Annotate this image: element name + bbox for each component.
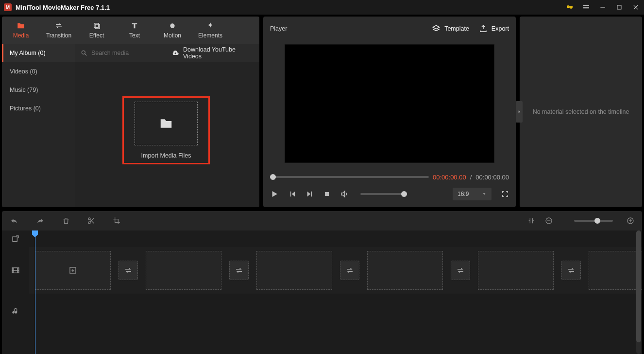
download-youtube-label: Download YouTube Videos xyxy=(183,46,254,60)
playhead[interactable] xyxy=(35,230,35,354)
folder-icon xyxy=(17,21,25,30)
volume-thumb[interactable] xyxy=(401,191,407,197)
tab-elements[interactable]: Elements xyxy=(191,17,229,44)
stop-button[interactable] xyxy=(323,191,330,197)
transition-slot[interactable] xyxy=(451,261,470,280)
redo-button[interactable] xyxy=(36,216,45,225)
menu-icon[interactable] xyxy=(578,0,594,15)
transition-slot[interactable] xyxy=(561,261,581,280)
seek-thumb[interactable] xyxy=(270,174,276,180)
zoom-slider[interactable] xyxy=(574,220,613,222)
media-category-list: My Album (0) Videos (0) Music (79) Pictu… xyxy=(2,44,75,207)
text-icon xyxy=(130,21,139,30)
import-dropzone xyxy=(135,102,198,145)
cloud-download-icon xyxy=(171,49,179,57)
category-my-album[interactable]: My Album (0) xyxy=(2,44,75,62)
time-separator: / xyxy=(470,174,472,181)
clip-slot[interactable] xyxy=(146,251,221,290)
download-icon xyxy=(68,266,77,275)
tab-media[interactable]: Media xyxy=(2,17,40,44)
clip-slot[interactable] xyxy=(478,251,554,290)
audio-track-icon xyxy=(2,294,29,328)
maximize-button[interactable] xyxy=(611,0,627,15)
add-track-button[interactable] xyxy=(2,230,29,247)
fit-timeline-button[interactable] xyxy=(527,217,535,225)
undo-button[interactable] xyxy=(10,216,18,225)
timeline[interactable] xyxy=(2,230,642,354)
audio-track[interactable] xyxy=(2,294,642,328)
tab-text[interactable]: Text xyxy=(116,17,153,44)
import-media-button[interactable]: Import Media Files xyxy=(122,96,210,164)
tab-label: Media xyxy=(13,32,29,39)
minimize-button[interactable] xyxy=(594,0,611,15)
transition-slot[interactable] xyxy=(119,261,138,280)
transition-slot[interactable] xyxy=(340,261,359,280)
template-button[interactable]: Template xyxy=(432,24,469,33)
svg-rect-1 xyxy=(617,5,621,9)
aspect-ratio-select[interactable]: 16:9 xyxy=(453,188,491,200)
time-total: 00:00:00.00 xyxy=(475,174,509,181)
aspect-ratio-value: 16:9 xyxy=(458,191,469,197)
titlebar: M MiniTool MovieMaker Free 7.1.1 xyxy=(0,0,644,15)
tab-label: Text xyxy=(129,32,140,39)
category-videos[interactable]: Videos (0) xyxy=(2,62,75,81)
timeline-toolbar xyxy=(2,211,642,230)
fullscreen-button[interactable] xyxy=(501,190,509,198)
svg-rect-9 xyxy=(325,192,329,196)
close-button[interactable] xyxy=(627,0,644,15)
tab-label: Transition xyxy=(46,32,71,39)
tab-label: Effect xyxy=(89,32,104,39)
time-ruler[interactable] xyxy=(29,230,642,247)
crop-button[interactable] xyxy=(113,217,120,225)
svg-point-7 xyxy=(82,51,85,54)
media-grid: Import Media Files xyxy=(75,62,259,207)
player-panel: Player Template Export 00:00:00.00 / 00:… xyxy=(263,17,516,207)
swap-icon xyxy=(54,21,63,30)
circle-icon xyxy=(169,21,176,30)
search-input[interactable] xyxy=(91,50,168,56)
clip-slot[interactable] xyxy=(589,251,642,290)
tab-effect[interactable]: Effect xyxy=(78,17,116,44)
clip-slot[interactable] xyxy=(256,251,332,290)
clip-slot[interactable] xyxy=(35,251,111,290)
volume-button[interactable] xyxy=(340,190,349,198)
clip-slot[interactable] xyxy=(367,251,443,290)
chevron-down-icon xyxy=(482,192,487,196)
delete-button[interactable] xyxy=(62,217,70,225)
scrollbar-thumb[interactable] xyxy=(636,230,641,342)
app-logo: M xyxy=(4,3,12,11)
play-button[interactable] xyxy=(270,190,279,198)
properties-panel: No material selected on the timeline xyxy=(520,17,642,207)
sparkle-icon xyxy=(206,21,215,30)
split-button[interactable] xyxy=(87,217,95,225)
tab-transition[interactable]: Transition xyxy=(40,17,78,44)
timeline-scrollbar[interactable] xyxy=(636,230,641,354)
export-button[interactable]: Export xyxy=(479,24,509,33)
volume-slider[interactable] xyxy=(360,193,407,195)
playback-seekbar[interactable]: 00:00:00.00 / 00:00:00.00 xyxy=(270,171,509,183)
export-icon xyxy=(479,24,488,33)
media-panel: Media Transition Effect Text Motion Elem… xyxy=(2,17,259,207)
video-preview[interactable] xyxy=(285,45,494,162)
category-music[interactable]: Music (79) xyxy=(2,81,75,99)
panel-collapse-handle[interactable] xyxy=(516,101,523,123)
search-icon xyxy=(81,50,87,56)
zoom-out-button[interactable] xyxy=(545,217,553,225)
category-pictures[interactable]: Pictures (0) xyxy=(2,99,75,118)
transition-slot[interactable] xyxy=(229,261,249,280)
download-youtube-link[interactable]: Download YouTube Videos xyxy=(171,46,254,60)
key-icon[interactable] xyxy=(561,0,578,15)
next-frame-button[interactable] xyxy=(306,190,314,198)
svg-rect-4 xyxy=(94,23,99,28)
app-title: MiniTool MovieMaker Free 7.1.1 xyxy=(16,4,110,11)
media-search-row: Download YouTube Videos xyxy=(75,44,259,62)
folder-icon xyxy=(159,116,173,131)
prev-frame-button[interactable] xyxy=(288,190,296,198)
main-tabs: Media Transition Effect Text Motion Elem… xyxy=(2,17,259,44)
template-icon xyxy=(432,24,441,33)
tab-motion[interactable]: Motion xyxy=(153,17,191,44)
video-track[interactable] xyxy=(2,247,642,294)
tab-label: Elements xyxy=(198,32,222,39)
zoom-thumb[interactable] xyxy=(594,218,600,224)
zoom-in-button[interactable] xyxy=(627,217,634,225)
